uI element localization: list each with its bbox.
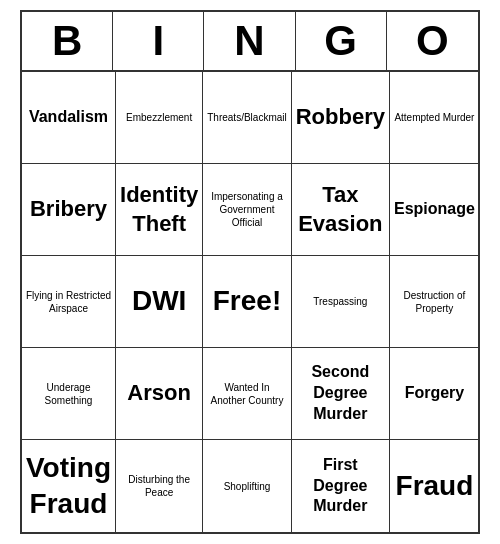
header-letter-n: N bbox=[204, 12, 295, 70]
header-letter-i: I bbox=[113, 12, 204, 70]
header-letter-o: O bbox=[387, 12, 478, 70]
bingo-cell-6[interactable]: Identity Theft bbox=[116, 164, 203, 256]
bingo-cell-18[interactable]: Second Degree Murder bbox=[292, 348, 390, 440]
header-letter-b: B bbox=[22, 12, 113, 70]
bingo-cell-11[interactable]: DWI bbox=[116, 256, 203, 348]
bingo-cell-0[interactable]: Vandalism bbox=[22, 72, 116, 164]
bingo-cell-14[interactable]: Destruction of Property bbox=[390, 256, 479, 348]
bingo-cell-19[interactable]: Forgery bbox=[390, 348, 479, 440]
bingo-cell-2[interactable]: Threats/Blackmail bbox=[203, 72, 291, 164]
bingo-cell-16[interactable]: Arson bbox=[116, 348, 203, 440]
bingo-cell-3[interactable]: Robbery bbox=[292, 72, 390, 164]
bingo-cell-23[interactable]: First Degree Murder bbox=[292, 440, 390, 532]
bingo-cell-17[interactable]: Wanted In Another Country bbox=[203, 348, 291, 440]
bingo-cell-12[interactable]: Free! bbox=[203, 256, 291, 348]
bingo-cell-5[interactable]: Bribery bbox=[22, 164, 116, 256]
bingo-cell-20[interactable]: Voting Fraud bbox=[22, 440, 116, 532]
bingo-cell-22[interactable]: Shoplifting bbox=[203, 440, 291, 532]
bingo-cell-13[interactable]: Trespassing bbox=[292, 256, 390, 348]
bingo-cell-9[interactable]: Espionage bbox=[390, 164, 479, 256]
header-letter-g: G bbox=[296, 12, 387, 70]
bingo-cell-24[interactable]: Fraud bbox=[390, 440, 479, 532]
bingo-header: BINGO bbox=[22, 12, 478, 72]
bingo-cell-1[interactable]: Embezzlement bbox=[116, 72, 203, 164]
bingo-grid: VandalismEmbezzlementThreats/BlackmailRo… bbox=[22, 72, 478, 532]
bingo-cell-10[interactable]: Flying in Restricted Airspace bbox=[22, 256, 116, 348]
bingo-card: BINGO VandalismEmbezzlementThreats/Black… bbox=[20, 10, 480, 534]
bingo-cell-15[interactable]: Underage Something bbox=[22, 348, 116, 440]
bingo-cell-4[interactable]: Attempted Murder bbox=[390, 72, 479, 164]
bingo-cell-21[interactable]: Disturbing the Peace bbox=[116, 440, 203, 532]
bingo-cell-8[interactable]: Tax Evasion bbox=[292, 164, 390, 256]
bingo-cell-7[interactable]: Impersonating a Government Official bbox=[203, 164, 291, 256]
